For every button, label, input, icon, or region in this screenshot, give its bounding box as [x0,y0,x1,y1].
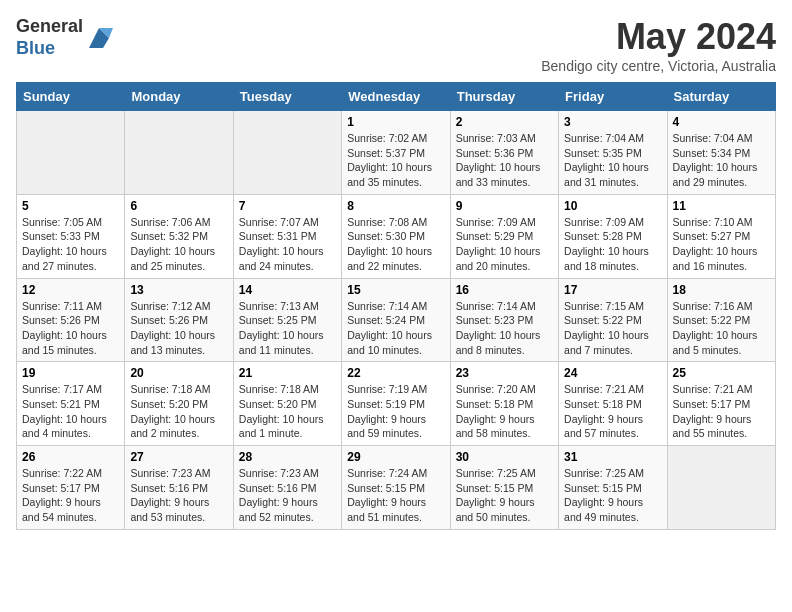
day-info: Sunrise: 7:23 AM Sunset: 5:16 PM Dayligh… [130,466,227,525]
month-year: May 2024 [541,16,776,58]
calendar-cell: 15Sunrise: 7:14 AM Sunset: 5:24 PM Dayli… [342,278,450,362]
day-number: 20 [130,366,227,380]
day-info: Sunrise: 7:14 AM Sunset: 5:24 PM Dayligh… [347,299,444,358]
day-number: 9 [456,199,553,213]
day-info: Sunrise: 7:24 AM Sunset: 5:15 PM Dayligh… [347,466,444,525]
day-info: Sunrise: 7:25 AM Sunset: 5:15 PM Dayligh… [456,466,553,525]
day-number: 17 [564,283,661,297]
day-number: 19 [22,366,119,380]
calendar-cell: 25Sunrise: 7:21 AM Sunset: 5:17 PM Dayli… [667,362,775,446]
calendar-cell: 22Sunrise: 7:19 AM Sunset: 5:19 PM Dayli… [342,362,450,446]
calendar-cell: 2Sunrise: 7:03 AM Sunset: 5:36 PM Daylig… [450,111,558,195]
calendar-cell: 17Sunrise: 7:15 AM Sunset: 5:22 PM Dayli… [559,278,667,362]
header-sunday: Sunday [17,83,125,111]
header-wednesday: Wednesday [342,83,450,111]
day-info: Sunrise: 7:23 AM Sunset: 5:16 PM Dayligh… [239,466,336,525]
day-info: Sunrise: 7:17 AM Sunset: 5:21 PM Dayligh… [22,382,119,441]
calendar-cell: 1Sunrise: 7:02 AM Sunset: 5:37 PM Daylig… [342,111,450,195]
day-number: 22 [347,366,444,380]
calendar-cell: 16Sunrise: 7:14 AM Sunset: 5:23 PM Dayli… [450,278,558,362]
calendar-cell: 29Sunrise: 7:24 AM Sunset: 5:15 PM Dayli… [342,446,450,530]
logo-general: General [16,16,83,36]
day-number: 28 [239,450,336,464]
header-tuesday: Tuesday [233,83,341,111]
day-info: Sunrise: 7:10 AM Sunset: 5:27 PM Dayligh… [673,215,770,274]
calendar-cell: 28Sunrise: 7:23 AM Sunset: 5:16 PM Dayli… [233,446,341,530]
week-row-1: 5Sunrise: 7:05 AM Sunset: 5:33 PM Daylig… [17,194,776,278]
header-saturday: Saturday [667,83,775,111]
calendar-cell: 20Sunrise: 7:18 AM Sunset: 5:20 PM Dayli… [125,362,233,446]
week-row-0: 1Sunrise: 7:02 AM Sunset: 5:37 PM Daylig… [17,111,776,195]
day-number: 24 [564,366,661,380]
day-info: Sunrise: 7:11 AM Sunset: 5:26 PM Dayligh… [22,299,119,358]
day-number: 21 [239,366,336,380]
day-number: 30 [456,450,553,464]
header-thursday: Thursday [450,83,558,111]
day-number: 10 [564,199,661,213]
calendar-cell: 14Sunrise: 7:13 AM Sunset: 5:25 PM Dayli… [233,278,341,362]
calendar-cell: 23Sunrise: 7:20 AM Sunset: 5:18 PM Dayli… [450,362,558,446]
day-number: 15 [347,283,444,297]
day-number: 5 [22,199,119,213]
logo: General Blue [16,16,113,59]
day-number: 12 [22,283,119,297]
calendar-cell: 6Sunrise: 7:06 AM Sunset: 5:32 PM Daylig… [125,194,233,278]
calendar-cell: 13Sunrise: 7:12 AM Sunset: 5:26 PM Dayli… [125,278,233,362]
header-row: SundayMondayTuesdayWednesdayThursdayFrid… [17,83,776,111]
day-number: 25 [673,366,770,380]
day-info: Sunrise: 7:03 AM Sunset: 5:36 PM Dayligh… [456,131,553,190]
day-info: Sunrise: 7:09 AM Sunset: 5:28 PM Dayligh… [564,215,661,274]
day-info: Sunrise: 7:19 AM Sunset: 5:19 PM Dayligh… [347,382,444,441]
day-info: Sunrise: 7:12 AM Sunset: 5:26 PM Dayligh… [130,299,227,358]
day-info: Sunrise: 7:08 AM Sunset: 5:30 PM Dayligh… [347,215,444,274]
calendar-table: SundayMondayTuesdayWednesdayThursdayFrid… [16,82,776,530]
calendar-cell: 9Sunrise: 7:09 AM Sunset: 5:29 PM Daylig… [450,194,558,278]
week-row-2: 12Sunrise: 7:11 AM Sunset: 5:26 PM Dayli… [17,278,776,362]
calendar-cell: 19Sunrise: 7:17 AM Sunset: 5:21 PM Dayli… [17,362,125,446]
day-number: 2 [456,115,553,129]
calendar-cell: 30Sunrise: 7:25 AM Sunset: 5:15 PM Dayli… [450,446,558,530]
page-header: General Blue May 2024 Bendigo city centr… [16,16,776,74]
day-info: Sunrise: 7:21 AM Sunset: 5:18 PM Dayligh… [564,382,661,441]
day-info: Sunrise: 7:09 AM Sunset: 5:29 PM Dayligh… [456,215,553,274]
week-row-4: 26Sunrise: 7:22 AM Sunset: 5:17 PM Dayli… [17,446,776,530]
header-friday: Friday [559,83,667,111]
day-number: 26 [22,450,119,464]
calendar-cell [233,111,341,195]
day-info: Sunrise: 7:18 AM Sunset: 5:20 PM Dayligh… [130,382,227,441]
day-info: Sunrise: 7:15 AM Sunset: 5:22 PM Dayligh… [564,299,661,358]
day-number: 7 [239,199,336,213]
calendar-cell: 12Sunrise: 7:11 AM Sunset: 5:26 PM Dayli… [17,278,125,362]
day-info: Sunrise: 7:14 AM Sunset: 5:23 PM Dayligh… [456,299,553,358]
day-info: Sunrise: 7:22 AM Sunset: 5:17 PM Dayligh… [22,466,119,525]
day-info: Sunrise: 7:04 AM Sunset: 5:34 PM Dayligh… [673,131,770,190]
calendar-cell: 5Sunrise: 7:05 AM Sunset: 5:33 PM Daylig… [17,194,125,278]
day-number: 16 [456,283,553,297]
calendar-cell: 11Sunrise: 7:10 AM Sunset: 5:27 PM Dayli… [667,194,775,278]
day-number: 29 [347,450,444,464]
day-number: 31 [564,450,661,464]
calendar-cell [125,111,233,195]
day-info: Sunrise: 7:05 AM Sunset: 5:33 PM Dayligh… [22,215,119,274]
day-info: Sunrise: 7:16 AM Sunset: 5:22 PM Dayligh… [673,299,770,358]
calendar-cell [667,446,775,530]
calendar-body: 1Sunrise: 7:02 AM Sunset: 5:37 PM Daylig… [17,111,776,530]
calendar-cell: 24Sunrise: 7:21 AM Sunset: 5:18 PM Dayli… [559,362,667,446]
day-info: Sunrise: 7:21 AM Sunset: 5:17 PM Dayligh… [673,382,770,441]
calendar-cell: 8Sunrise: 7:08 AM Sunset: 5:30 PM Daylig… [342,194,450,278]
day-info: Sunrise: 7:25 AM Sunset: 5:15 PM Dayligh… [564,466,661,525]
calendar-cell: 18Sunrise: 7:16 AM Sunset: 5:22 PM Dayli… [667,278,775,362]
calendar-cell: 31Sunrise: 7:25 AM Sunset: 5:15 PM Dayli… [559,446,667,530]
day-info: Sunrise: 7:06 AM Sunset: 5:32 PM Dayligh… [130,215,227,274]
location: Bendigo city centre, Victoria, Australia [541,58,776,74]
day-info: Sunrise: 7:02 AM Sunset: 5:37 PM Dayligh… [347,131,444,190]
day-info: Sunrise: 7:07 AM Sunset: 5:31 PM Dayligh… [239,215,336,274]
day-number: 13 [130,283,227,297]
day-number: 14 [239,283,336,297]
week-row-3: 19Sunrise: 7:17 AM Sunset: 5:21 PM Dayli… [17,362,776,446]
logo-blue: Blue [16,38,55,58]
day-number: 3 [564,115,661,129]
day-number: 8 [347,199,444,213]
day-number: 23 [456,366,553,380]
calendar-cell: 10Sunrise: 7:09 AM Sunset: 5:28 PM Dayli… [559,194,667,278]
